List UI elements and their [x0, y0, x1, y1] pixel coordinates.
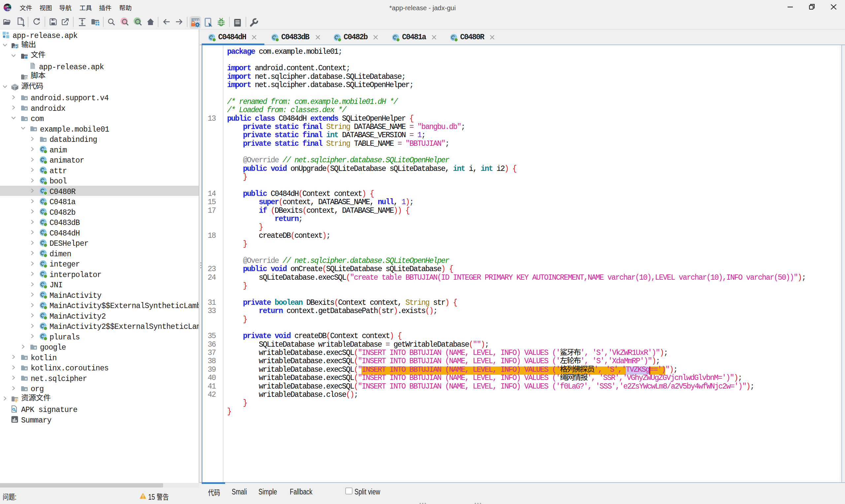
svg-text:JA: JA — [5, 5, 8, 8]
svg-text:DX: DX — [7, 8, 11, 11]
